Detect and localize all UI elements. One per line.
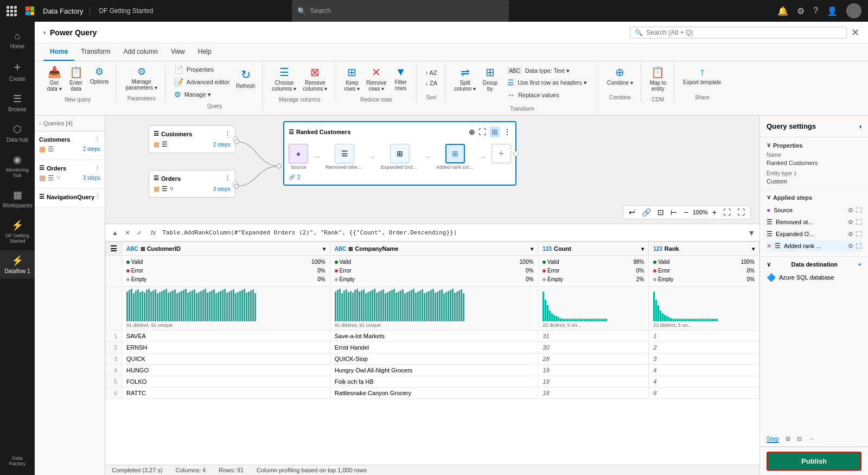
- sidebar-item-dfgs[interactable]: ⚡ DF Getting Started: [0, 215, 35, 248]
- data-dest-add-icon[interactable]: +: [858, 261, 861, 268]
- help-icon[interactable]: ?: [813, 6, 818, 16]
- get-data-button[interactable]: 📥 Getdata ▾: [43, 64, 65, 94]
- fullscreen2-icon[interactable]: ⛶: [735, 207, 747, 218]
- pq-search-input[interactable]: [646, 29, 842, 36]
- table-row[interactable]: 5 FOLKO Folk och fa HB 19 4: [106, 376, 760, 388]
- step-tab-arrow[interactable]: →: [808, 435, 814, 443]
- step-tab-step[interactable]: Step: [767, 435, 779, 443]
- remove-rows-button[interactable]: ✕ Removerows ▾: [363, 64, 390, 94]
- fullscreen-icon[interactable]: ⛶: [721, 207, 733, 218]
- fit-width-icon[interactable]: ⊡: [655, 207, 666, 218]
- zoom-in-btn[interactable]: +: [710, 207, 719, 218]
- added-rank-navigate-icon[interactable]: ⛶: [856, 243, 861, 250]
- remove-columns-button[interactable]: ⊠ Removecolumns ▾: [299, 64, 330, 94]
- query-item-orders[interactable]: ☰ Orders ⋮ ▦ ☰ ⑂ 3 steps: [35, 160, 105, 189]
- applied-step-added-rank[interactable]: ✕ ☰ Added rank ... ⚙ ⛶: [767, 240, 861, 252]
- undo-icon[interactable]: ↩: [627, 207, 637, 218]
- bell-icon[interactable]: 🔔: [777, 6, 788, 16]
- applied-step-removed[interactable]: ☰ Removed ot... ⚙ ⛶: [767, 216, 861, 228]
- zoom-out-btn[interactable]: −: [681, 207, 690, 218]
- col-header-rank[interactable]: 123 Rank ▾: [649, 242, 760, 256]
- step-expanded-orders[interactable]: ⊞: [390, 144, 410, 163]
- properties-chevron[interactable]: ∨: [767, 142, 771, 149]
- applied-step-source[interactable]: ● Source ⚙ ⛶: [767, 204, 861, 216]
- sidebar-item-create[interactable]: + Create: [0, 56, 35, 86]
- rank-dropdown[interactable]: ▾: [752, 246, 755, 252]
- filter-rows-button[interactable]: ▼ Filterrows: [390, 64, 412, 93]
- ranked-share-icon[interactable]: ⊕: [469, 128, 475, 136]
- export-template-button[interactable]: ↑ Export template: [680, 64, 724, 87]
- avatar[interactable]: [846, 3, 861, 18]
- step-source[interactable]: ●: [289, 144, 308, 163]
- step-added-rank[interactable]: ⊞: [445, 144, 465, 163]
- step-removed-other[interactable]: ☰: [335, 144, 354, 163]
- added-rank-gear-icon[interactable]: ⚙: [848, 243, 853, 250]
- formula-collapse-btn[interactable]: ▲: [110, 228, 120, 238]
- removed-navigate-icon[interactable]: ⛶: [856, 219, 861, 226]
- applied-step-expanded[interactable]: ☰ Expanded O... ⚙ ⛶: [767, 228, 861, 240]
- table-row[interactable]: 2 ERNSH Ernst Handel 30 2: [106, 342, 760, 353]
- tab-view[interactable]: View: [164, 43, 192, 61]
- customers-node-menu[interactable]: ⋮: [225, 130, 231, 137]
- global-search[interactable]: 🔍: [292, 0, 509, 22]
- data-dest-chevron[interactable]: ∨: [767, 261, 771, 268]
- sidebar-item-home[interactable]: ⌂ Home: [0, 26, 35, 54]
- tab-help[interactable]: Help: [192, 43, 218, 61]
- replace-values-button[interactable]: ↔ Replace values: [504, 89, 590, 101]
- sidebar-item-datahub[interactable]: ⬡ Data hub: [0, 119, 35, 147]
- applied-steps-chevron[interactable]: ∨: [767, 194, 771, 201]
- ranked-menu-icon[interactable]: ⋮: [503, 128, 511, 136]
- combine-button[interactable]: ⊕ Combine ▾: [604, 64, 636, 88]
- tab-home[interactable]: Home: [43, 43, 74, 61]
- fit-height-icon[interactable]: ⊢: [668, 207, 679, 218]
- table-row[interactable]: 6 RATTC Rattlesnake Canyon Grocery 18 6: [106, 388, 760, 399]
- table-row[interactable]: 3 QUICK QUICK-Stop 28 3: [106, 353, 760, 365]
- table-icon[interactable]: ☰: [110, 244, 117, 253]
- data-type-button[interactable]: ABC Data type: Text ▾: [504, 66, 590, 76]
- col-header-count[interactable]: 123 Count ▾: [538, 242, 649, 256]
- ranked-copy-icon[interactable]: ⊞: [489, 126, 500, 137]
- col-header-customerid[interactable]: ABC ⊠ CustomerID ▾: [122, 242, 330, 256]
- options-button[interactable]: ⚙ Options: [87, 64, 112, 87]
- pq-search[interactable]: 🔍: [630, 27, 847, 39]
- enter-data-button[interactable]: 📋 Enterdata: [65, 64, 87, 94]
- sort-az-button[interactable]: ↑ AZ: [422, 68, 441, 78]
- manage-button[interactable]: ⚙ Manage ▾: [171, 88, 233, 100]
- formula-expand-icon[interactable]: ▼: [748, 229, 755, 237]
- tab-add-column[interactable]: Add column: [117, 43, 164, 61]
- expanded-gear-icon[interactable]: ⚙: [848, 231, 853, 238]
- first-row-headers-button[interactable]: ☰ Use first row as headers ▾: [504, 77, 590, 88]
- choose-columns-button[interactable]: ☰ Choosecolumns ▾: [269, 64, 299, 94]
- step-tab-list[interactable]: ⊟: [797, 435, 802, 443]
- table-row[interactable]: 1 SAVEA Save-a-lot Markets 31 1: [106, 331, 760, 342]
- refresh-button[interactable]: ↻ Refresh: [233, 66, 258, 91]
- formula-reject-btn[interactable]: ✕: [123, 228, 132, 238]
- formula-input[interactable]: Table.AddRankColumn(#"Expanded Orders (2…: [162, 229, 743, 236]
- gear-icon[interactable]: ⚙: [797, 6, 805, 16]
- queries-toggle[interactable]: ›: [43, 29, 46, 36]
- orders-node-menu[interactable]: ⋮: [225, 175, 231, 182]
- apps-icon[interactable]: [7, 6, 17, 16]
- data-dest-azure-sql[interactable]: 🔷 Azure SQL database: [767, 271, 861, 283]
- ranked-customers-node[interactable]: ☰ Ranked Customers ⊕ ⛶ ⊞ ⋮: [283, 121, 516, 186]
- sidebar-item-dataflow1[interactable]: ⚡ Dataflow 1: [0, 250, 35, 278]
- sidebar-item-monitoring[interactable]: ◉ Monitoring hub: [0, 149, 35, 182]
- step-tab-grid[interactable]: ⊞: [786, 435, 790, 443]
- count-dropdown[interactable]: ▾: [641, 246, 644, 252]
- expanded-navigate-icon[interactable]: ⛶: [856, 231, 861, 238]
- tab-transform[interactable]: Transform: [74, 43, 117, 61]
- orders-node[interactable]: ☰ Orders ⋮ ▦ ☰ ⑂ 3 steps: [149, 170, 235, 198]
- sort-za-button[interactable]: ↓ ZA: [422, 78, 441, 88]
- sidebar-item-browse[interactable]: ☰ Browse: [0, 88, 35, 117]
- map-to-entity-button[interactable]: 📋 Map toentity: [647, 64, 670, 94]
- companyname-dropdown[interactable]: ▾: [531, 246, 533, 252]
- keep-rows-button[interactable]: ⊞ Keeprows ▾: [341, 64, 363, 94]
- source-navigate-icon[interactable]: ⛶: [856, 207, 861, 214]
- table-row[interactable]: 4 HUNGO Hungry Owl All-Night Grocers 19 …: [106, 365, 760, 376]
- search-input[interactable]: [310, 7, 503, 15]
- source-gear-icon[interactable]: ⚙: [848, 207, 853, 214]
- ranked-expand-icon[interactable]: ⛶: [478, 128, 486, 136]
- manage-params-button[interactable]: ⚙ Manageparameters ▾: [122, 64, 160, 93]
- added-rank-step-delete[interactable]: ✕: [767, 243, 771, 250]
- query-settings-expand[interactable]: ›: [859, 122, 861, 130]
